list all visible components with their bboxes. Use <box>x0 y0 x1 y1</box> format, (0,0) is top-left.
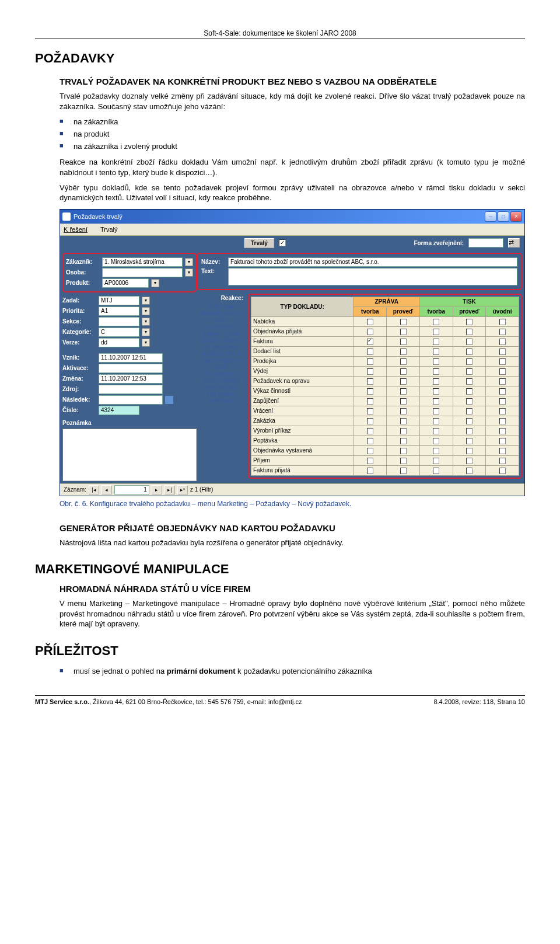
checkbox-icon[interactable] <box>499 368 506 375</box>
zakaznik-input[interactable]: 1. Miroslavská strojírna <box>102 257 183 267</box>
checkbox-icon[interactable] <box>367 428 373 434</box>
checkbox-icon[interactable] <box>433 388 439 395</box>
nav-prev-button[interactable]: ◂ <box>102 485 112 494</box>
grid-checkbox-cell[interactable] <box>453 426 486 436</box>
checkbox-icon[interactable] <box>367 388 373 395</box>
grid-checkbox-cell[interactable] <box>387 356 420 366</box>
checkbox-icon[interactable] <box>466 438 473 444</box>
checkbox-icon[interactable] <box>466 339 473 345</box>
dropdown-icon[interactable]: ▾ <box>142 318 150 326</box>
checkbox-icon[interactable] <box>400 358 407 365</box>
grid-checkbox-cell[interactable] <box>354 396 387 406</box>
checkbox-icon[interactable] <box>367 408 373 414</box>
checkbox-icon[interactable] <box>367 319 373 325</box>
checkbox-icon[interactable] <box>367 458 373 464</box>
grid-checkbox-cell[interactable] <box>453 455 486 465</box>
maximize-button[interactable]: □ <box>498 211 509 222</box>
grid-checkbox-cell[interactable] <box>387 326 420 336</box>
checkbox-icon[interactable] <box>433 468 439 474</box>
checkbox-icon[interactable] <box>466 329 473 335</box>
grid-checkbox-cell[interactable] <box>453 316 486 326</box>
checkbox-icon[interactable] <box>466 468 473 474</box>
grid-checkbox-cell[interactable] <box>419 376 453 386</box>
arrow-icon[interactable] <box>165 396 173 404</box>
grid-checkbox-cell[interactable] <box>486 366 519 376</box>
minimize-button[interactable]: – <box>485 211 496 222</box>
menu-kreseni[interactable]: K řešení <box>64 226 88 233</box>
grid-checkbox-cell[interactable] <box>453 416 486 426</box>
checkbox-icon[interactable] <box>400 408 407 414</box>
zadal-input[interactable]: MTJ <box>99 296 139 305</box>
checkbox-icon[interactable] <box>433 329 439 335</box>
grid-checkbox-cell[interactable] <box>387 465 420 475</box>
grid-checkbox-cell[interactable] <box>387 396 420 406</box>
grid-checkbox-cell[interactable] <box>354 336 387 346</box>
grid-checkbox-cell[interactable] <box>453 406 486 416</box>
checkbox-icon[interactable] <box>400 339 407 345</box>
menu-trvaly[interactable]: Trvalý <box>100 226 118 233</box>
trvaly-checkbox[interactable] <box>279 239 286 246</box>
checkbox-icon[interactable] <box>433 398 439 405</box>
checkbox-icon[interactable] <box>400 448 407 454</box>
grid-checkbox-cell[interactable] <box>387 416 420 426</box>
dropdown-icon[interactable]: ▾ <box>185 258 193 266</box>
checkbox-icon[interactable] <box>466 388 473 395</box>
checkbox-icon[interactable] <box>367 438 373 444</box>
zmena-input[interactable]: 11.10.2007 12:53 <box>99 374 163 384</box>
grid-checkbox-cell[interactable] <box>486 356 519 366</box>
checkbox-icon[interactable] <box>499 349 506 355</box>
checkbox-icon[interactable] <box>499 448 506 454</box>
checkbox-icon[interactable] <box>400 468 407 474</box>
grid-checkbox-cell[interactable] <box>354 316 387 326</box>
checkbox-icon[interactable] <box>466 319 473 325</box>
checkbox-icon[interactable] <box>499 358 506 365</box>
grid-checkbox-cell[interactable] <box>387 336 420 346</box>
checkbox-icon[interactable] <box>433 408 439 414</box>
grid-checkbox-cell[interactable] <box>419 356 453 366</box>
grid-checkbox-cell[interactable] <box>453 366 486 376</box>
priorita-input[interactable]: A1 <box>99 306 139 316</box>
checkbox-icon[interactable] <box>433 458 439 464</box>
grid-checkbox-cell[interactable] <box>419 366 453 376</box>
grid-checkbox-cell[interactable] <box>419 326 453 336</box>
grid-checkbox-cell[interactable] <box>453 445 486 455</box>
grid-checkbox-cell[interactable] <box>419 396 453 406</box>
record-pos[interactable]: 1 <box>114 485 149 494</box>
nav-last-button[interactable]: ▸| <box>164 485 175 494</box>
checkbox-icon[interactable] <box>400 378 407 385</box>
grid-checkbox-cell[interactable] <box>486 336 519 346</box>
dropdown-icon[interactable]: ▾ <box>142 307 150 315</box>
grid-checkbox-cell[interactable] <box>354 326 387 336</box>
dropdown-icon[interactable]: ▾ <box>142 339 150 347</box>
grid-checkbox-cell[interactable] <box>387 316 420 326</box>
grid-checkbox-cell[interactable] <box>387 346 420 356</box>
grid-checkbox-cell[interactable] <box>354 426 387 436</box>
dropdown-icon[interactable]: ▾ <box>142 297 150 305</box>
zdroj-input[interactable] <box>99 385 163 394</box>
checkbox-icon[interactable] <box>433 319 439 325</box>
checkbox-icon[interactable] <box>433 418 439 424</box>
checkbox-icon[interactable] <box>499 339 506 345</box>
checkbox-icon[interactable] <box>499 408 506 414</box>
checkbox-icon[interactable] <box>433 339 439 345</box>
grid-checkbox-cell[interactable] <box>453 346 486 356</box>
checkbox-icon[interactable] <box>367 418 373 424</box>
checkbox-icon[interactable] <box>400 349 407 355</box>
sekce-input[interactable] <box>99 317 139 326</box>
osoba-input[interactable] <box>102 268 183 277</box>
checkbox-icon[interactable] <box>367 378 373 385</box>
checkbox-icon[interactable] <box>400 438 407 444</box>
checkbox-icon[interactable] <box>499 428 506 434</box>
checkbox-icon[interactable] <box>400 398 407 405</box>
grid-checkbox-cell[interactable] <box>419 465 453 475</box>
titlebar[interactable]: Požadavek trvalý – □ × <box>60 210 524 224</box>
checkbox-icon[interactable] <box>400 418 407 424</box>
grid-checkbox-cell[interactable] <box>419 436 453 445</box>
checkbox-icon[interactable] <box>433 448 439 454</box>
grid-checkbox-cell[interactable] <box>354 455 387 465</box>
grid-checkbox-cell[interactable] <box>486 326 519 336</box>
grid-checkbox-cell[interactable] <box>486 436 519 445</box>
grid-checkbox-cell[interactable] <box>453 436 486 445</box>
grid-checkbox-cell[interactable] <box>387 386 420 396</box>
checkbox-icon[interactable] <box>400 388 407 395</box>
